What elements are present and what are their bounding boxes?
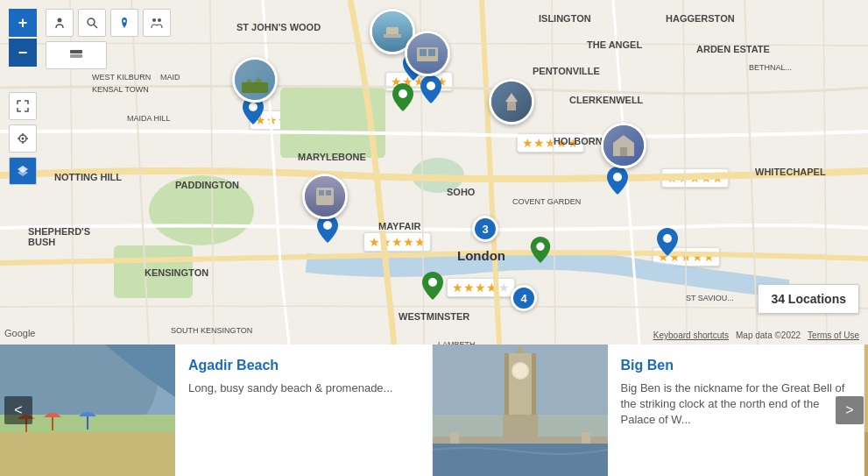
carousel-prev-button[interactable]: < (4, 396, 32, 424)
svg-point-36 (428, 278, 437, 287)
location-icon-button[interactable] (110, 9, 138, 37)
svg-point-4 (58, 18, 62, 23)
svg-point-8 (152, 18, 156, 22)
svg-point-37 (536, 243, 544, 251)
thumbnail-3[interactable] (489, 79, 534, 124)
svg-rect-2 (114, 245, 193, 298)
map-attribution-right: Keyboard shortcuts Map data ©2022 Terms … (653, 330, 859, 340)
expand-button[interactable] (9, 92, 37, 120)
location-carousel: < (0, 345, 868, 476)
thumbnail-1[interactable] (232, 57, 278, 103)
tool-row-2 (46, 41, 171, 69)
bigben-text: Big Ben Big Ben is the nickname for the … (608, 345, 864, 476)
tool-row-1 (46, 9, 171, 37)
svg-line-6 (94, 25, 97, 28)
svg-point-51 (513, 364, 527, 378)
bigben-desc: Big Ben is the nickname for the Great Be… (621, 380, 851, 429)
svg-point-5 (88, 18, 95, 25)
google-attribution: Google (4, 326, 39, 340)
cluster-3[interactable]: 3 (472, 216, 498, 242)
carousel-items-list: Agadir Beach Long, busy sandy beach & pr… (0, 345, 868, 476)
svg-rect-53 (450, 432, 459, 445)
svg-rect-56 (864, 345, 868, 432)
zoom-out-button[interactable]: − (9, 39, 37, 67)
map-pin-3[interactable] (607, 167, 628, 195)
svg-point-29 (249, 103, 258, 111)
layers-button[interactable] (46, 41, 107, 69)
svg-point-1 (149, 175, 254, 245)
layers-active-button[interactable] (9, 157, 37, 185)
map-area[interactable]: ST JOHN'S WOOD ISLINGTON HAGGERSTON THE … (0, 0, 868, 345)
svg-rect-20 (384, 34, 401, 38)
map-pin-6[interactable] (657, 228, 678, 256)
svg-rect-48 (505, 353, 509, 415)
svg-rect-10 (70, 50, 82, 53)
thumbnail-4[interactable] (302, 174, 348, 219)
svg-point-32 (323, 221, 332, 230)
agadir-text: Agadir Beach Long, busy sandy beach & pr… (175, 345, 432, 476)
svg-text:Google: Google (4, 328, 35, 338)
thumbnail-6[interactable] (601, 123, 646, 168)
svg-point-34 (663, 234, 672, 243)
bigben-image (433, 345, 608, 476)
green-pin-2[interactable] (422, 272, 443, 298)
svg-rect-23 (319, 190, 324, 195)
svg-rect-24 (326, 190, 331, 195)
locations-count-badge[interactable]: 34 Locations (758, 284, 859, 314)
bigben-title: Big Ben (621, 358, 851, 373)
map-tool-controls (46, 9, 171, 69)
map-pin-5[interactable] (420, 75, 441, 103)
svg-rect-21 (507, 102, 516, 110)
cluster-4[interactable]: 4 (511, 285, 537, 311)
terms-of-use-link[interactable]: Terms of Use (808, 330, 859, 340)
zoom-controls: + − (9, 9, 37, 67)
carousel-next-button[interactable]: > (836, 396, 864, 424)
svg-rect-27 (428, 49, 435, 56)
thumbnail-5[interactable] (405, 31, 450, 76)
green-pin-1[interactable] (392, 83, 413, 110)
svg-point-31 (613, 173, 622, 181)
carousel-item-agadir[interactable]: Agadir Beach Long, busy sandy beach & pr… (0, 345, 433, 476)
carousel-partial-item[interactable] (864, 345, 868, 476)
svg-rect-26 (420, 49, 427, 56)
person-icon-button[interactable] (46, 9, 74, 37)
carousel-item-bigben[interactable]: Big Ben Big Ben is the nickname for the … (433, 345, 865, 476)
locate-button[interactable] (9, 124, 37, 153)
agadir-title: Agadir Beach (188, 358, 419, 373)
keyboard-shortcuts-link[interactable]: Keyboard shortcuts (653, 330, 729, 340)
agadir-desc: Long, busy sandy beach & promenade... (188, 380, 419, 396)
svg-point-7 (123, 20, 126, 23)
svg-rect-28 (620, 147, 627, 156)
svg-rect-57 (864, 432, 868, 476)
svg-point-35 (399, 89, 407, 98)
svg-point-9 (158, 18, 161, 22)
left-controls (9, 92, 37, 185)
svg-point-13 (22, 138, 25, 140)
svg-rect-11 (70, 54, 82, 58)
map-data-label: Map data ©2022 (736, 330, 801, 340)
svg-rect-49 (532, 353, 536, 415)
zoom-in-button[interactable]: + (9, 9, 37, 37)
svg-point-33 (427, 82, 435, 90)
search-icon-button[interactable] (78, 9, 106, 37)
svg-rect-54 (582, 432, 590, 445)
svg-rect-18 (242, 82, 268, 93)
people-icon-button[interactable] (143, 9, 171, 37)
